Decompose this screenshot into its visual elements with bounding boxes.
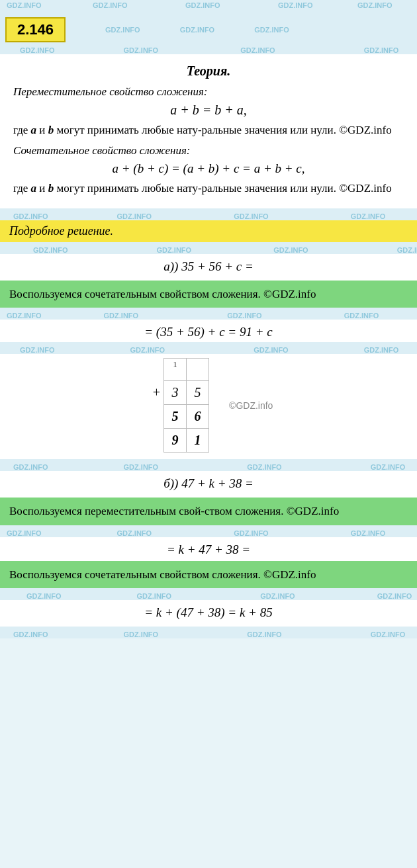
part-a-hint: Воспользуемся сочетательным свойством сл… xyxy=(0,281,417,308)
watermark-top-3: GDZ.INFO xyxy=(185,1,220,9)
part-a-result: = (35 + 56) + c = 91 + c xyxy=(13,325,404,339)
watermark-row2-2: GDZ.INFO xyxy=(124,46,159,54)
watermark-row2-4: GDZ.INFO xyxy=(364,46,399,54)
part-b-expression: б)) 47 + k + 38 = xyxy=(13,476,404,491)
wm-t1: GDZ.INFO xyxy=(33,246,68,254)
wm-s3: GDZ.INFO xyxy=(234,212,269,220)
empty-op xyxy=(144,405,164,429)
wm-y2: GDZ.INFO xyxy=(137,592,172,600)
wm-u3: GDZ.INFO xyxy=(227,312,262,320)
watermark-top-2: GDZ.INFO xyxy=(93,1,128,9)
problem-number-badge: 2.146 xyxy=(5,17,66,42)
wm-v4: GDZ.INFO xyxy=(364,346,399,354)
part-b-intermediate: = k + 47 + 38 = xyxy=(13,542,404,557)
wm-y1: GDZ.INFO xyxy=(26,592,62,600)
watermark-header-4: GDZ.INFO xyxy=(254,26,289,34)
addend1-ones: 5 xyxy=(187,381,209,405)
wm-t3: GDZ.INFO xyxy=(273,246,308,254)
wm-u1: GDZ.INFO xyxy=(7,312,42,320)
wm-w1: GDZ.INFO xyxy=(13,463,48,471)
addend1-tens: 3 xyxy=(164,381,187,405)
wm-w2: GDZ.INFO xyxy=(124,463,159,471)
wm-u2: GDZ.INFO xyxy=(104,312,139,320)
watermark-top-left: GDZ.INFO xyxy=(7,1,42,9)
part-b-hint1: Воспользуемся переместительным свой-ство… xyxy=(0,498,417,525)
addend2-ones: 6 xyxy=(187,405,209,429)
wm-z1: GDZ.INFO xyxy=(13,630,48,638)
wm-x4: GDZ.INFO xyxy=(351,529,386,537)
part-b-hint2: Воспользуемся сочетательным свойством сл… xyxy=(0,561,417,589)
wm-v1: GDZ.INFO xyxy=(20,346,55,354)
wm-s1: GDZ.INFO xyxy=(13,212,48,220)
commutative-label: Переместительное свойство сложения: xyxy=(13,85,404,99)
part-a-expression: а)) 35 + 56 + c = xyxy=(13,259,404,274)
part-b-result: = k + (47 + 38) = k + 85 xyxy=(13,605,404,620)
wm-z4: GDZ.INFO xyxy=(371,630,406,638)
watermark-top-5: GDZ.INFO xyxy=(357,1,393,9)
wm-x2: GDZ.INFO xyxy=(117,529,152,537)
watermark-header-2: GDZ.INFO xyxy=(105,26,140,34)
wm-y3: GDZ.INFO xyxy=(260,592,295,600)
associative-description: где a и b могут принимать любые нату-рал… xyxy=(13,180,404,197)
sum-ones: 1 xyxy=(187,429,209,453)
addition-table: 1 + 3 5 5 6 9 1 xyxy=(144,358,210,453)
associative-label: Сочетательное свойство сложения: xyxy=(13,144,404,157)
wm-z3: GDZ.INFO xyxy=(247,630,282,638)
associative-formula: a + (b + c) = (a + b) + c = a + b + c, xyxy=(13,161,404,176)
wm-v3: GDZ.INFO xyxy=(254,346,289,354)
wm-x3: GDZ.INFO xyxy=(234,529,269,537)
commutative-description: где a и b могут принимать любые нату-рал… xyxy=(13,122,404,139)
empty-cell-1 xyxy=(187,359,209,381)
table-copyright: ©GDZ.info xyxy=(229,400,273,411)
detailed-solution-banner: Подробное решение. xyxy=(0,220,417,242)
watermark-row2-3: GDZ.INFO xyxy=(240,46,275,54)
wm-z2: GDZ.INFO xyxy=(124,630,159,638)
wm-t2: GDZ.INFO xyxy=(157,246,192,254)
wm-s4: GDZ.INFO xyxy=(351,212,386,220)
wm-s2: GDZ.INFO xyxy=(117,212,152,220)
addend2-tens: 5 xyxy=(164,405,187,429)
theory-title: Теория. xyxy=(13,64,404,79)
wm-w3: GDZ.INFO xyxy=(247,463,282,471)
plus-op: + xyxy=(144,381,164,405)
wm-u4: GDZ.INFO xyxy=(344,312,379,320)
wm-w4: GDZ.INFO xyxy=(371,463,406,471)
watermark-header-3: GDZ.INFO xyxy=(180,26,215,34)
wm-t4: GDZ.INFO xyxy=(397,246,417,254)
op-cell xyxy=(144,359,164,381)
empty-op-2 xyxy=(144,429,164,453)
wm-x1: GDZ.INFO xyxy=(7,529,42,537)
carry-cell: 1 xyxy=(164,359,187,381)
wm-y4: GDZ.INFO xyxy=(377,592,412,600)
commutative-formula: a + b = b + a, xyxy=(13,103,404,118)
sum-tens: 9 xyxy=(164,429,187,453)
wm-v2: GDZ.INFO xyxy=(130,346,165,354)
watermark-top-4: GDZ.INFO xyxy=(278,1,313,9)
watermark-row2-1: GDZ.INFO xyxy=(20,46,55,54)
